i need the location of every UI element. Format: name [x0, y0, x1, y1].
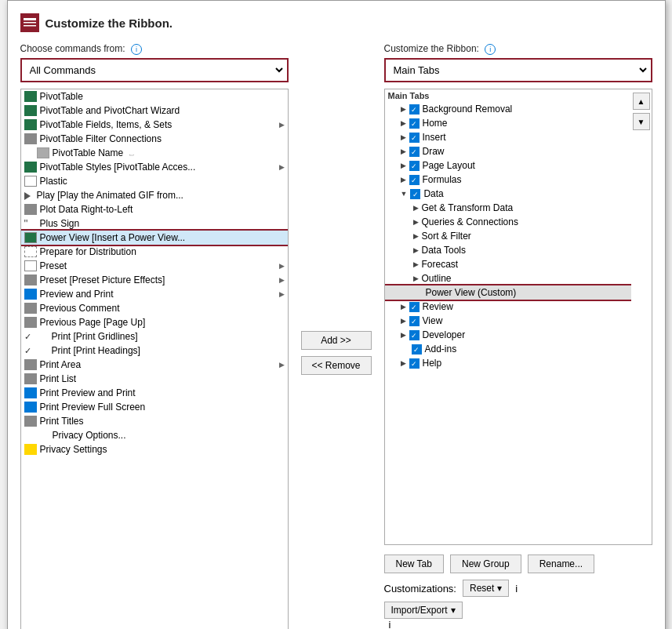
scroll-up-button[interactable]: ▲: [633, 93, 650, 110]
list-item[interactable]: " Plus Sign: [21, 216, 288, 231]
svg-rect-1: [24, 22, 36, 24]
right-list-item-help[interactable]: ▶ ✓ Help: [385, 356, 631, 370]
checkbox-developer[interactable]: ✓: [409, 330, 420, 340]
list-item[interactable]: ✓ Print [Print Headings]: [21, 344, 288, 358]
power-view-list-item[interactable]: Power View [Insert a Power View...: [21, 231, 288, 245]
dialog-title-text: Customize the Ribbon.: [45, 16, 173, 30]
list-item[interactable]: PivotTable Styles [PivotTable Acces... ▶: [21, 160, 288, 174]
list-item[interactable]: Preset [Preset Picture Effects] ▶: [21, 273, 288, 287]
main-tabs-section-label: Main Tabs: [385, 89, 631, 102]
right-list-item-add-ins[interactable]: ✓ Add-ins: [385, 342, 631, 356]
checkbox-insert[interactable]: ✓: [409, 133, 420, 143]
list-item[interactable]: PivotTable and PivotChart Wizard: [21, 104, 288, 118]
add-button[interactable]: Add >>: [301, 331, 372, 350]
ribbon-icon: [20, 13, 39, 32]
right-list-item-data-tools[interactable]: ▶ Data Tools: [385, 243, 631, 257]
checkbox-formulas[interactable]: ✓: [409, 175, 420, 185]
right-list-item-page-layout[interactable]: ▶ ✓ Page Layout: [385, 158, 631, 173]
right-list-item-review[interactable]: ▶ ✓ Review: [385, 300, 631, 314]
new-tab-button[interactable]: New Tab: [384, 554, 444, 573]
list-item[interactable]: Print Titles: [21, 414, 288, 428]
right-info-icon[interactable]: i: [485, 44, 496, 55]
list-item[interactable]: Prepare for Distribution: [21, 245, 288, 259]
right-commands-dropdown[interactable]: Main Tabs: [387, 61, 649, 79]
left-section-label: Choose commands from: i: [20, 43, 289, 55]
left-dropdown-wrapper[interactable]: All Commands: [20, 58, 289, 82]
right-list-item-formulas[interactable]: ▶ ✓ Formulas: [385, 173, 631, 187]
checkbox-add-ins[interactable]: ✓: [412, 344, 422, 354]
right-section-label: Customize the Ribbon: i: [384, 43, 652, 55]
list-item[interactable]: Print Area ▶: [21, 358, 288, 372]
left-commands-dropdown[interactable]: All Commands: [24, 61, 285, 79]
list-item[interactable]: ✓ Print [Print Gridlines]: [21, 329, 288, 344]
import-export-info-icon[interactable]: i: [389, 619, 391, 629]
right-list-item-get-transform[interactable]: ▶ Get & Transform Data: [385, 201, 631, 215]
right-panel: Customize the Ribbon: i Main Tabs Main T…: [384, 43, 652, 629]
list-item[interactable]: Previous Page [Page Up]: [21, 315, 288, 329]
list-item[interactable]: PivotTable Filter Connections: [21, 132, 288, 146]
checkbox-home[interactable]: ✓: [409, 118, 420, 129]
right-list-container: Main Tabs ▶ ✓ Background Removal ▶ ✓ Hom…: [384, 89, 652, 545]
left-list-scroll[interactable]: PivotTable PivotTable and PivotChart Wiz…: [21, 89, 288, 544]
dialog-title: Customize the Ribbon.: [20, 13, 652, 32]
remove-button[interactable]: << Remove: [301, 356, 372, 375]
right-list-item-outline[interactable]: ▶ Outline: [385, 271, 631, 285]
import-export-button[interactable]: Import/Export ▾: [384, 602, 463, 619]
customizations-label: Customizations:: [384, 583, 456, 594]
list-item[interactable]: PivotTable Fields, Items, & Sets ▶: [21, 118, 288, 132]
right-list-item-data[interactable]: ▼ ✓ Data: [385, 187, 631, 201]
right-list-item-background-removal[interactable]: ▶ ✓ Background Removal: [385, 102, 631, 116]
svg-rect-2: [24, 25, 36, 27]
list-item[interactable]: Plastic: [21, 174, 288, 188]
new-group-button[interactable]: New Group: [450, 554, 521, 573]
checkbox-draw[interactable]: ✓: [409, 147, 420, 157]
customizations-info-icon[interactable]: i: [515, 583, 518, 594]
list-item[interactable]: Print List: [21, 372, 288, 386]
svg-rect-0: [24, 18, 36, 20]
ribbon-action-buttons: New Tab New Group Rename...: [384, 554, 652, 573]
left-panel: Choose commands from: i All Commands Piv…: [20, 43, 289, 629]
right-list-item-view[interactable]: ▶ ✓ View: [385, 314, 631, 328]
list-item[interactable]: Privacy Settings: [21, 442, 288, 456]
checkbox-view[interactable]: ✓: [409, 316, 420, 326]
reset-button[interactable]: Reset ▾: [463, 580, 509, 597]
list-item[interactable]: PivotTable: [21, 89, 288, 104]
left-info-icon[interactable]: i: [131, 44, 142, 55]
import-export-row: Import/Export ▾ i: [384, 602, 652, 629]
list-item[interactable]: Print Preview Full Screen: [21, 400, 288, 414]
list-item[interactable]: Print Preview and Print: [21, 386, 288, 400]
right-list-item-home[interactable]: ▶ ✓ Home: [385, 116, 631, 130]
right-list-scroll[interactable]: Main Tabs ▶ ✓ Background Removal ▶ ✓ Hom…: [385, 89, 631, 544]
checkbox-review[interactable]: ✓: [409, 302, 420, 312]
checkbox-data[interactable]: ✓: [410, 189, 420, 199]
list-item[interactable]: PivotTable Name ⎵: [21, 146, 288, 160]
list-item[interactable]: Privacy Options...: [21, 428, 288, 442]
right-list-item-power-view-custom[interactable]: Power View (Custom): [385, 285, 631, 300]
list-item[interactable]: Play [Play the Animated GIF from...: [21, 188, 288, 202]
right-dropdown-wrapper[interactable]: Main Tabs: [384, 58, 652, 82]
right-list-item-sort-filter[interactable]: ▶ Sort & Filter: [385, 229, 631, 243]
checkbox-page-layout[interactable]: ✓: [409, 161, 420, 171]
list-item[interactable]: Previous Comment: [21, 301, 288, 315]
checkbox-help[interactable]: ✓: [409, 358, 420, 369]
right-list-item-forecast[interactable]: ▶ Forecast: [385, 257, 631, 271]
middle-buttons: Add >> << Remove: [296, 43, 376, 629]
right-scroll-buttons: ▲ ▼: [631, 89, 652, 544]
customize-ribbon-dialog: Customize the Ribbon. Choose commands fr…: [7, 0, 666, 629]
customizations-row: Customizations: Reset ▾ i: [384, 580, 652, 597]
right-bottom-section: New Tab New Group Rename... Customizatio…: [384, 554, 652, 629]
rename-button[interactable]: Rename...: [528, 554, 594, 573]
checkbox-background-removal[interactable]: ✓: [409, 104, 420, 115]
list-item[interactable]: Plot Data Right-to-Left: [21, 202, 288, 216]
left-list-container: PivotTable PivotTable and PivotChart Wiz…: [20, 89, 289, 629]
right-list-item-developer[interactable]: ▶ ✓ Developer: [385, 328, 631, 342]
list-item[interactable]: Preview and Print ▶: [21, 287, 288, 301]
right-list-item-insert[interactable]: ▶ ✓ Insert: [385, 130, 631, 144]
list-item[interactable]: Preset ▶: [21, 259, 288, 273]
right-list-item-queries[interactable]: ▶ Queries & Connections: [385, 215, 631, 229]
right-list-item-draw[interactable]: ▶ ✓ Draw: [385, 144, 631, 158]
scroll-down-button[interactable]: ▼: [633, 113, 650, 130]
